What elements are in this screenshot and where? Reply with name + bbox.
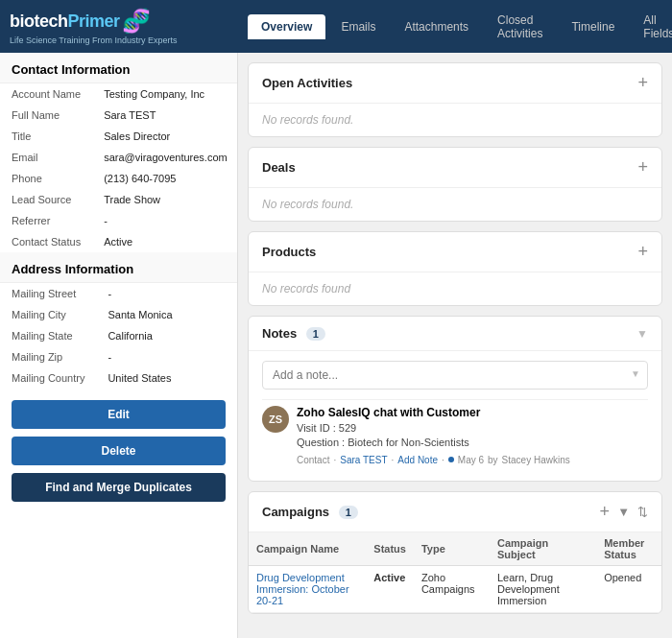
campaign-status: Active [366,565,414,612]
notes-title: Notes 1 [262,326,325,341]
campaign-name-link[interactable]: Drug Development Immersion: October 20-2… [256,572,349,606]
col-campaign-name: Campaign Name [249,532,366,566]
delete-button[interactable]: Delete [12,437,226,465]
note-meta: Contact · Sara TEST · Add Note · May 6 b… [297,455,648,465]
header: biotechPrimer 🧬 Life Science Training Fr… [0,0,672,53]
contact-field-label: Referrer [0,210,92,231]
tab-timeline[interactable]: Timeline [558,14,628,39]
note-separator-3: · [442,455,444,465]
nav-tabs-bar: Overview Emails Attachments Closed Activ… [238,0,672,53]
address-field-label: Mailing Country [0,367,96,389]
contact-field-value: - [92,210,238,231]
address-info-row: Mailing StateCalifornia [0,325,237,346]
deals-title: Deals [262,160,296,175]
address-info-row: Mailing Zip- [0,346,237,367]
notes-add-input[interactable] [262,361,648,390]
notes-body: ▼ ZS Zoho SalesIQ chat with Customer Vis… [249,351,661,481]
note-separator-1: · [333,455,336,465]
note-contact-label: Contact [297,455,329,465]
campaigns-filter-icon[interactable]: ▼ [617,505,630,519]
address-field-label: Mailing State [0,325,96,346]
note-separator-2: · [392,455,395,465]
left-panel: Contact Information Account NameTesting … [0,53,238,638]
logo-main: biotech [10,12,68,31]
deals-add-icon[interactable]: + [637,157,648,177]
logo-area: biotechPrimer 🧬 Life Science Training Fr… [0,0,238,53]
campaign-row: Drug Development Immersion: October 20-2… [249,565,661,612]
campaigns-title: Campaigns 1 [262,505,358,519]
campaigns-add-icon[interactable]: + [600,502,611,522]
col-member-status: Member Status [596,532,661,566]
tab-attachments[interactable]: Attachments [391,14,482,39]
address-field-label: Mailing Street [0,283,96,304]
products-header: Products + [249,232,661,272]
logo-accent: Primer [68,12,120,31]
note-status-dot [448,457,454,462]
note-line-1: Visit ID : 529 [297,421,648,436]
contact-field-value: Active [92,231,238,252]
address-field-label: Mailing City [0,304,96,325]
note-contact-link[interactable]: Sara TEST [340,455,387,465]
contact-info-row: Contact StatusActive [0,231,238,252]
contact-info-row: Phone(213) 640-7095 [0,168,238,189]
open-activities-title: Open Activities [262,76,352,90]
contact-field-label: Account Name [0,83,92,105]
products-add-icon[interactable]: + [637,242,648,262]
tab-emails[interactable]: Emails [327,14,389,39]
edit-button[interactable]: Edit [12,400,226,429]
address-info-header: Address Information [0,252,237,283]
contact-field-value: sara@viragoventures.com [92,147,238,168]
col-status: Status [366,532,414,566]
logo-tagline: Life Science Training From Industry Expe… [10,35,228,45]
note-avatar: ZS [262,406,289,433]
address-info-row: Mailing CountryUnited States [0,367,237,389]
notes-collapse-icon[interactable]: ▼ [636,327,648,341]
contact-info-table: Account NameTesting Company, IncFull Nam… [0,83,238,252]
address-field-value: - [96,346,237,367]
deals-body: No records found. [249,188,661,221]
note-title: Zoho SalesIQ chat with Customer [297,406,648,419]
notes-card: Notes 1 ▼ ▼ ZS Zoho SalesIQ chat with Cu… [248,316,662,482]
campaigns-card: Campaigns 1 + ▼ ⇅ Campaign Name Status T… [248,491,662,614]
contact-info-row: Lead SourceTrade Show [0,189,238,210]
note-add-note-link[interactable]: Add Note [397,455,438,465]
tab-closed-activities[interactable]: Closed Activities [484,8,556,46]
address-field-value: United States [96,367,237,389]
notes-header: Notes 1 ▼ [249,317,661,351]
notes-badge: 1 [306,327,325,341]
main-content: Contact Information Account NameTesting … [0,53,672,638]
contact-info-row: Emailsara@viragoventures.com [0,147,238,168]
tab-all-fields[interactable]: All Fields [630,8,672,46]
campaign-subject: Learn, Drug Development Immersion [490,565,596,612]
address-field-value: Santa Monica [96,304,237,325]
campaign-member-status: Opened [596,565,661,612]
address-info-row: Mailing CitySanta Monica [0,304,237,325]
contact-field-value: (213) 640-7095 [92,168,238,189]
action-buttons: Edit Delete Find and Merge Duplicates [0,389,237,513]
address-info-row: Mailing Street- [0,283,237,304]
campaigns-sort-icon[interactable]: ⇅ [637,505,648,519]
campaigns-table-wrapper: Campaign Name Status Type Campaign Subje… [249,532,661,613]
contact-info-row: Account NameTesting Company, Inc [0,83,238,105]
find-merge-button[interactable]: Find and Merge Duplicates [12,473,226,502]
right-panel: Open Activities + No records found. Deal… [238,53,672,638]
note-date: May 6 [458,455,484,465]
logo-text: biotechPrimer [10,12,120,32]
open-activities-add-icon[interactable]: + [637,73,648,93]
campaign-name: Drug Development Immersion: October 20-2… [249,565,366,612]
contact-field-value: Trade Show [92,189,238,210]
contact-info-row: TitleSales Director [0,126,238,147]
products-card: Products + No records found [248,231,662,306]
deals-header: Deals + [249,148,661,188]
open-activities-card: Open Activities + No records found. [248,62,662,137]
note-author-sep: by [488,455,498,465]
contact-field-label: Title [0,126,92,147]
contact-field-label: Email [0,147,92,168]
note-content: Zoho SalesIQ chat with Customer Visit ID… [297,406,648,465]
logo-dna-icon: 🧬 [122,8,151,35]
note-item: ZS Zoho SalesIQ chat with Customer Visit… [262,399,648,471]
tab-overview[interactable]: Overview [248,14,325,39]
products-body: No records found [249,272,661,305]
deals-no-records: No records found. [262,198,353,211]
contact-field-value: Testing Company, Inc [92,83,238,105]
